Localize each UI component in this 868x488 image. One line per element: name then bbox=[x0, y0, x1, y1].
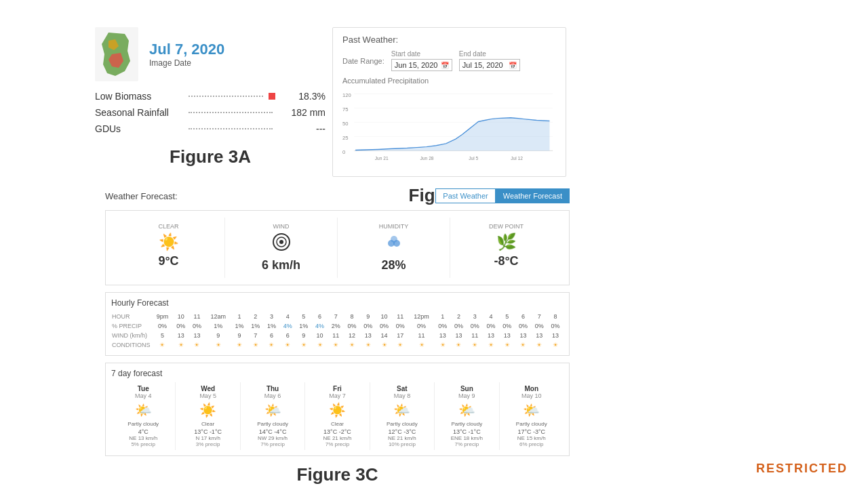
hourly-wind-cell: 12 bbox=[344, 331, 360, 340]
day-temp: 13°C -1°C bbox=[436, 428, 497, 435]
metric-value-gdus: --- bbox=[278, 123, 326, 134]
day-name: Thu bbox=[242, 385, 303, 392]
image-date-label: Image Date bbox=[149, 58, 224, 68]
day-desc: Partly cloudy bbox=[501, 421, 562, 427]
hourly-condition-cell: ☀ bbox=[451, 340, 467, 350]
tab-weather-forecast[interactable]: Weather Forecast bbox=[496, 188, 570, 203]
hourly-wind-cell: 11 bbox=[467, 331, 483, 340]
day-wind: NE 15 km/h bbox=[501, 435, 562, 441]
svg-text:25: 25 bbox=[342, 135, 348, 141]
hourly-precip-cell: 0% bbox=[152, 321, 173, 331]
hourly-hour-cell: 7 bbox=[328, 312, 344, 321]
sevenday-day-cell: Fri May 7 ☀️ Clear 13°C -2°C NE 21 km/h … bbox=[305, 382, 370, 450]
day-desc: Clear bbox=[307, 421, 368, 427]
image-date-block: Jul 7, 2020 Image Date bbox=[149, 41, 224, 68]
metric-value-rainfall: 182 mm bbox=[278, 107, 326, 118]
cw-cell-clear: CLEAR ☀️ 9°C bbox=[113, 218, 225, 278]
hourly-condition-cell: ☀ bbox=[483, 340, 499, 350]
chart-label: Accumulated Precipitation bbox=[342, 77, 556, 85]
hourly-condition-cell: ☀ bbox=[547, 340, 564, 350]
metric-label-rainfall: Seasonal Rainfall bbox=[95, 107, 183, 118]
cw-icon-dewpoint: 🌿 bbox=[453, 232, 559, 251]
day-name: Sat bbox=[372, 385, 433, 392]
day-temp: 4°C bbox=[113, 428, 174, 435]
day-icon: ☀️ bbox=[307, 402, 368, 418]
hourly-hour-cell: 9pm bbox=[152, 312, 173, 321]
hourly-wind-cell: 10 bbox=[312, 331, 328, 340]
day-wind: ENE 18 km/h bbox=[436, 435, 497, 441]
hourly-hour-row: HOUR 9pm101112am123456789101112pm1234567… bbox=[111, 312, 564, 321]
day-wind: N 17 km/h bbox=[177, 435, 238, 441]
day-temp: 14°C -4°C bbox=[242, 428, 303, 435]
hourly-conditions-row: CONDITIONS ☀☀☀☀☀☀☀☀☀☀☀☀☀☀☀☀☀☀☀☀☀☀☀☀ bbox=[111, 340, 564, 350]
metric-row-rainfall: Seasonal Rainfall 182 mm bbox=[95, 107, 326, 118]
day-temp: 13°C -1°C bbox=[177, 428, 238, 435]
hourly-condition-cell: ☀ bbox=[279, 340, 296, 350]
figure-3b-panel: Past Weather: Date Range: Start date Jun… bbox=[332, 27, 566, 206]
hourly-wind-cell: 13 bbox=[547, 331, 564, 340]
end-date-col: End date Jul 15, 2020 📅 bbox=[459, 50, 520, 71]
day-precip: 7% precip bbox=[242, 441, 303, 447]
hourly-precip-cell: 4% bbox=[312, 321, 328, 331]
hourly-hour-cell: 3 bbox=[467, 312, 483, 321]
fig3c-label: Figure 3C bbox=[105, 464, 570, 485]
end-date-input[interactable]: Jul 15, 2020 📅 bbox=[459, 59, 520, 71]
hourly-section: Hourly Forecast HOUR 9pm101112am12345678… bbox=[105, 292, 570, 356]
hourly-wind-cell: 17 bbox=[392, 331, 408, 340]
day-name: Sun bbox=[436, 385, 497, 392]
cw-sub-wind: WIND bbox=[228, 223, 334, 230]
hourly-condition-cell: ☀ bbox=[189, 340, 205, 350]
hourly-condition-cell: ☀ bbox=[515, 340, 532, 350]
metric-row-biomass: Low Biomass 18.3% bbox=[95, 91, 326, 102]
hourly-precip-cell: 0% bbox=[483, 321, 499, 331]
day-name: Tue bbox=[113, 385, 174, 392]
day-precip: 7% precip bbox=[307, 441, 368, 447]
day-desc: Clear bbox=[177, 421, 238, 427]
hourly-wind-cell: 13 bbox=[515, 331, 532, 340]
cw-cell-wind: WIND 6 km/h bbox=[225, 218, 338, 278]
day-desc: Partly cloudy bbox=[436, 421, 497, 427]
day-desc: Partly cloudy bbox=[372, 421, 433, 427]
hourly-wind-cell: 5 bbox=[152, 331, 173, 340]
svg-text:Jul 5: Jul 5 bbox=[469, 156, 478, 161]
hourly-precip-cell: 1% bbox=[296, 321, 312, 331]
past-weather-title: Past Weather: bbox=[342, 35, 556, 45]
hourly-condition-cell: ☀ bbox=[499, 340, 515, 350]
hourly-condition-cell: ☀ bbox=[231, 340, 248, 350]
metrics-table: Low Biomass 18.3% Seasonal Rainfall 182 … bbox=[95, 91, 326, 134]
hourly-hour-cell: 5 bbox=[499, 312, 515, 321]
hourly-hour-label: HOUR bbox=[111, 312, 152, 321]
metric-dots-gdus bbox=[189, 128, 273, 129]
day-date: May 5 bbox=[177, 392, 238, 399]
hourly-precip-cell: 0% bbox=[467, 321, 483, 331]
hourly-wind-cell: 6 bbox=[264, 331, 280, 340]
day-wind: NE 21 km/h bbox=[372, 435, 433, 441]
hourly-hour-cell: 12pm bbox=[408, 312, 435, 321]
hourly-wind-cell: 7 bbox=[248, 331, 264, 340]
hourly-precip-cell: 1% bbox=[231, 321, 248, 331]
hourly-hour-cell: 11 bbox=[189, 312, 205, 321]
hourly-precip-cell: 0% bbox=[344, 321, 360, 331]
day-date: May 7 bbox=[307, 392, 368, 399]
hourly-precip-label: % PRECIP bbox=[111, 321, 152, 331]
sevenday-day-cell: Thu May 6 🌤️ Partly cloudy 14°C -4°C NW … bbox=[241, 382, 305, 450]
restricted-label: RESTRICTED bbox=[756, 462, 848, 476]
day-temp: 17°C -3°C bbox=[501, 428, 562, 435]
cw-value-dewpoint: -8°C bbox=[453, 254, 559, 268]
sevenday-grid: Tue May 4 🌤️ Partly cloudy 4°C NE 13 km/… bbox=[111, 382, 564, 450]
cw-cell-dewpoint: DEW POINT 🌿 -8°C bbox=[450, 218, 562, 278]
current-weather-strip: CLEAR ☀️ 9°C WIND 6 km/h HUMIDITY bbox=[113, 218, 562, 278]
hourly-precip-cell: 0% bbox=[435, 321, 451, 331]
hourly-wind-cell: 9 bbox=[231, 331, 248, 340]
hourly-condition-cell: ☀ bbox=[531, 340, 547, 350]
hourly-wind-cell: 13 bbox=[435, 331, 451, 340]
day-wind: NE 21 km/h bbox=[307, 435, 368, 441]
hourly-precip-cell: 0% bbox=[531, 321, 547, 331]
date-range-row: Date Range: Start date Jun 15, 2020 📅 En… bbox=[342, 50, 556, 71]
hourly-hour-cell: 7 bbox=[531, 312, 547, 321]
tab-past-weather[interactable]: Past Weather bbox=[435, 188, 495, 203]
start-date-input[interactable]: Jun 15, 2020 📅 bbox=[391, 59, 452, 71]
hourly-precip-cell: 0% bbox=[173, 321, 189, 331]
day-icon: 🌤️ bbox=[501, 402, 562, 418]
hourly-precip-cell: 0% bbox=[392, 321, 408, 331]
